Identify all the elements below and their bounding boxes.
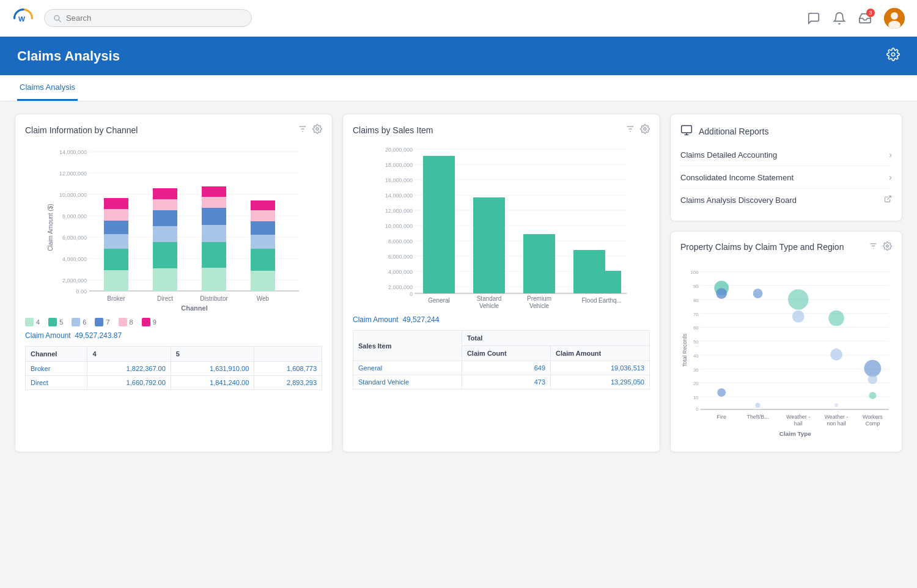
claims-by-sales-card: Claims by Sales Item 20,000,000 18,000,0… [342,114,660,452]
user-avatar[interactable] [884,8,905,29]
svg-text:Earthq...: Earthq... [598,297,622,304]
filter-icon-2[interactable] [625,124,635,136]
chevron-icon-1: › [889,150,892,160]
page-header: Claims Analysis [0,37,917,75]
svg-point-136 [864,360,882,377]
svg-rect-33 [104,198,128,209]
svg-text:Direct: Direct [157,295,173,302]
svg-text:Web: Web [257,295,270,302]
svg-text:Flood: Flood [581,297,597,304]
additional-reports-card: Additional Reports Claims Detailed Accou… [670,114,902,221]
svg-point-129 [753,288,763,298]
svg-text:14,000,000: 14,000,000 [385,193,413,199]
svg-text:Vehicle: Vehicle [529,303,550,309]
report-item-2[interactable]: Consolidated Income Statement › [680,166,892,189]
gear-icon-2[interactable] [640,124,650,136]
card-title-2: Claims by Sales Item [353,125,433,135]
svg-text:10: 10 [693,395,699,400]
table-row: Broker 1,822,367.00 1,631,910.00 1,608,7… [26,362,322,376]
notification-icon[interactable] [833,12,846,25]
table-row: Standard Vehicle 473 13,295,050 [353,375,650,389]
svg-text:General: General [428,297,450,304]
svg-text:60: 60 [693,325,699,331]
bar-chart-svg-2: 20,000,000 18,000,000 16,000,000 14,000,… [353,142,650,313]
svg-point-134 [830,348,842,361]
report-name-3: Claims Analysis Discovery Board [680,196,797,205]
svg-text:Claim Type: Claim Type [779,430,811,437]
svg-rect-48 [251,235,275,249]
svg-rect-39 [153,188,177,199]
svg-rect-84 [473,197,505,293]
svg-text:12,000,000: 12,000,000 [59,171,87,177]
gear-icon-1[interactable] [312,124,322,136]
card-header-1: Claim Information by Channel [25,124,322,136]
svg-text:40: 40 [693,353,699,359]
svg-text:non hail: non hail [827,421,846,427]
broker-link[interactable]: Broker [26,362,87,376]
svg-rect-83 [423,156,455,293]
svg-text:0.00: 0.00 [76,288,87,295]
svg-text:10,000,000: 10,000,000 [59,192,87,198]
chart2-table: Sales Item Total Claim Count Claim Amoun… [353,330,650,389]
top-nav: W 3 [0,0,917,37]
svg-text:Workers: Workers [863,414,883,420]
svg-text:Vehicle: Vehicle [479,303,499,309]
direct-link[interactable]: Direct [26,376,87,390]
svg-point-137 [867,375,877,384]
svg-text:8,000,000: 8,000,000 [388,238,413,244]
search-input[interactable] [66,13,243,23]
tab-claims-analysis[interactable]: Claims Analysis [17,75,78,101]
svg-text:12,000,000: 12,000,000 [385,208,413,214]
svg-point-102 [886,245,889,248]
report-name-2: Consolidated Income Statement [680,173,794,182]
search-icon [53,14,61,23]
svg-text:Claim Amount ($): Claim Amount ($) [47,204,54,251]
svg-rect-40 [202,268,226,291]
report-name-1: Claims Detailed Accounting [680,150,777,160]
svg-text:80: 80 [693,298,699,303]
legend-item-7: 7 [95,318,109,326]
additional-reports-header: Additional Reports [680,124,892,139]
svg-point-131 [788,289,809,310]
svg-rect-46 [251,271,275,291]
bubble-chart-card: Property Claims by Claim Type and Region… [670,231,902,452]
svg-rect-95 [682,126,692,133]
svg-point-1 [54,15,59,20]
svg-rect-32 [104,209,128,221]
svg-text:Premium: Premium [527,295,551,302]
standard-vehicle-link[interactable]: Standard Vehicle [353,375,462,389]
svg-text:hail: hail [794,421,803,427]
svg-text:70: 70 [693,312,699,317]
report-item-1[interactable]: Claims Detailed Accounting › [680,144,892,166]
svg-text:20: 20 [693,381,699,386]
table-row: Direct 1,660,792.00 1,841,240.00 2,893,2… [26,376,322,390]
report-item-3[interactable]: Claims Analysis Discovery Board [680,189,892,211]
svg-text:Standard: Standard [477,295,502,302]
chevron-icon-2: › [889,172,892,182]
svg-text:Channel: Channel [181,304,207,312]
svg-text:Fire: Fire [717,414,726,420]
gear-icon-3[interactable] [883,241,892,252]
filter-icon-3[interactable] [869,241,878,252]
svg-rect-29 [104,249,128,270]
th-extra [254,347,322,362]
svg-text:6,000,000: 6,000,000 [388,254,413,260]
th-total: Total [462,331,649,346]
general-link[interactable]: General [353,361,462,375]
svg-text:6,000,000: 6,000,000 [62,235,87,241]
settings-icon[interactable] [886,48,900,64]
svg-point-10 [316,128,319,130]
th-claim-count: Claim Count [462,346,550,361]
svg-rect-87 [599,271,621,293]
main-content: Claim Information by Channel Claim Amoun… [0,101,917,465]
svg-text:100: 100 [690,270,699,275]
filter-icon-1[interactable] [298,124,308,136]
chat-icon[interactable] [807,12,820,25]
svg-text:4,000,000: 4,000,000 [388,269,413,275]
inbox-icon[interactable]: 3 [858,12,872,25]
th-5: 5 [171,347,254,362]
svg-text:20,000,000: 20,000,000 [385,147,413,153]
svg-text:Weather -: Weather - [786,414,810,420]
svg-line-98 [887,196,891,200]
search-bar[interactable] [44,9,252,27]
